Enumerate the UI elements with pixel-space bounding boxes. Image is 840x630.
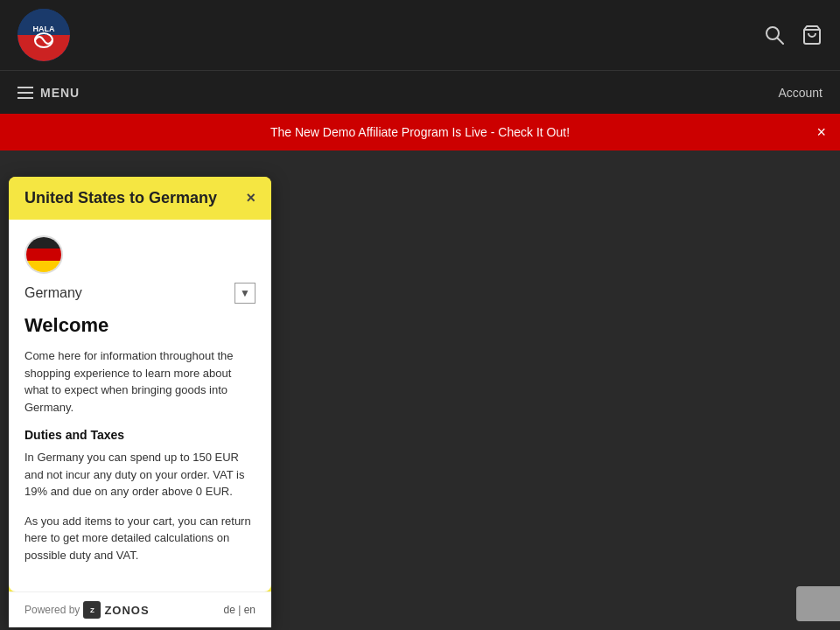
zonos-name: ZONOS [104,604,149,617]
hamburger-icon [18,87,33,99]
powered-by-label: Powered by [24,604,80,616]
menu-label: MENU [40,86,80,100]
account-button[interactable]: Account [778,86,822,100]
popup-header: United States to Germany × [9,177,271,220]
flag-red-stripe [26,248,61,260]
lang-de-link[interactable]: de [223,604,234,616]
svg-text:HALA: HALA [33,24,55,33]
duties-heading: Duties and Taxes [24,428,256,442]
search-icon [765,25,784,45]
welcome-paragraph: Come here for information throughout the… [24,347,256,416]
popup-body: Germany ▼ Welcome Come here for informat… [9,220,271,592]
announcement-bar: The New Demo Affiliate Program Is Live -… [0,114,840,150]
flag-gold-stripe [26,261,61,272]
logo-svg: HALA [18,9,70,61]
announcement-close-button[interactable]: × [816,124,826,140]
language-options: de | en [223,604,256,616]
popup-close-button[interactable]: × [246,189,256,207]
account-label: Account [778,86,822,100]
lang-en-link[interactable]: en [244,604,256,616]
svg-line-4 [778,38,784,45]
welcome-heading: Welcome [24,314,256,337]
germany-flag [24,235,63,274]
country-name: Germany [24,285,82,301]
cart-paragraph: As you add items to your cart, you can r… [24,513,256,564]
zonos-branding: Powered by Z ZONOS [24,601,150,619]
country-dropdown[interactable]: ▼ [234,283,256,304]
cart-button[interactable] [802,24,822,46]
zonos-icon: Z [83,601,101,619]
header-icons [765,24,822,46]
site-header: HALA [0,0,840,70]
popup-footer: Powered by Z ZONOS de | en [9,592,271,627]
logo[interactable]: HALA [18,9,70,61]
duties-paragraph: In Germany you can spend up to 150 EUR a… [24,449,256,500]
main-content: United States to Germany × Germany ▼ Wel… [0,150,840,630]
country-select-row: Germany ▼ [24,283,256,304]
country-popup: United States to Germany × Germany ▼ Wel… [9,177,271,627]
popup-title: United States to Germany [24,189,217,207]
bottom-widget [796,586,840,621]
announcement-text: The New Demo Affiliate Program Is Live -… [270,125,570,139]
cart-icon [802,24,822,46]
lang-separator: | [238,604,241,616]
search-button[interactable] [765,25,784,45]
main-navbar: MENU Account [0,70,840,114]
menu-button[interactable]: MENU [18,86,80,100]
flag-black-stripe [26,237,61,248]
